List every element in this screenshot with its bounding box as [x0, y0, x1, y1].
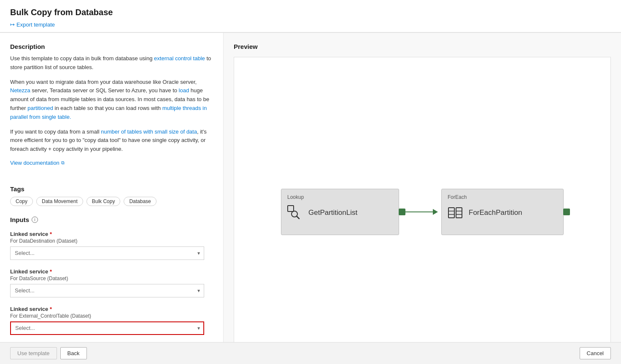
description-section: Description Use this template to copy da…	[10, 43, 213, 175]
description-para3: If you want to copy data from a small nu…	[10, 128, 213, 154]
inputs-title: Inputs	[10, 216, 29, 223]
field-label-datasource: Linked service *	[10, 268, 213, 275]
external-link-icon: ⧉	[61, 160, 65, 166]
field-group-destination: Linked service * For DataDestination (Da…	[10, 231, 213, 260]
field-sub-label-destination: For DataDestination (Dataset)	[10, 238, 213, 244]
footer-left: Use template Back	[10, 347, 87, 359]
use-template-button[interactable]: Use template	[10, 347, 57, 359]
footer-bar: Use template Back Cancel	[0, 342, 621, 364]
select-datasource[interactable]: Select...	[10, 284, 204, 297]
inputs-info-icon: i	[32, 217, 38, 223]
description-para2: When you want to migrate data from your …	[10, 78, 213, 122]
svg-line-2	[297, 216, 299, 219]
lookup-connector-right	[399, 209, 405, 215]
svg-rect-3	[448, 208, 454, 218]
foreach-icon	[448, 205, 463, 220]
left-panel: Description Use this template to copy da…	[0, 33, 224, 364]
export-arrow-icon: ↦	[10, 21, 15, 28]
foreach-node-type: ForEach	[448, 194, 557, 200]
foreach-connector-right	[563, 209, 570, 215]
description-title: Description	[10, 43, 213, 50]
right-panel: Preview Lookup	[224, 33, 621, 364]
lookup-node-name: GetPartitionList	[308, 209, 357, 217]
lookup-icon	[287, 205, 302, 220]
select-controltable[interactable]: Select...	[10, 321, 204, 335]
inputs-section: Inputs i Linked service * For DataDestin…	[10, 216, 213, 335]
footer-right: Cancel	[580, 347, 611, 359]
tags-section: Tags Copy Data Movement Bulk Copy Databa…	[10, 185, 213, 206]
tag-bulk-copy: Bulk Copy	[86, 197, 121, 206]
pipeline-diagram: Lookup GetPartitionList	[281, 189, 564, 235]
svg-rect-4	[456, 208, 462, 218]
required-marker-2: *	[50, 268, 52, 275]
arrow-connector	[399, 209, 441, 215]
required-marker-1: *	[50, 231, 52, 237]
tag-data-movement: Data Movement	[36, 197, 83, 206]
select-wrapper-controltable: Select...	[10, 321, 204, 335]
select-wrapper-datasource: Select...	[10, 284, 204, 297]
view-docs-link[interactable]: View documentation ⧉	[10, 160, 65, 166]
preview-canvas: Lookup GetPartitionList	[234, 57, 611, 364]
back-button[interactable]: Back	[60, 347, 87, 359]
required-marker-3: *	[50, 306, 52, 312]
foreach-node: ForEach ForEachPartition	[441, 189, 564, 235]
lookup-node-type: Lookup	[287, 194, 393, 200]
inputs-title-row: Inputs i	[10, 216, 213, 223]
main-content: Description Use this template to copy da…	[0, 33, 621, 364]
tag-database: Database	[124, 197, 156, 206]
field-sub-label-controltable: For External_ControlTable (Dataset)	[10, 313, 213, 319]
arrow-tip	[433, 209, 438, 215]
tag-copy: Copy	[10, 197, 33, 206]
pipeline-container: Lookup GetPartitionList	[234, 57, 610, 364]
field-sub-label-datasource: For DataSource (Dataset)	[10, 276, 213, 281]
svg-rect-0	[288, 206, 294, 211]
export-template-link[interactable]: ↦ Export template	[10, 21, 55, 28]
field-group-controltable: Linked service * For External_ControlTab…	[10, 306, 213, 335]
view-docs-label: View documentation	[10, 160, 59, 166]
description-para1: Use this template to copy data in bulk f…	[10, 54, 213, 72]
field-label-controltable: Linked service *	[10, 306, 213, 312]
preview-title: Preview	[234, 43, 611, 50]
foreach-node-name: ForEachPartition	[469, 209, 522, 217]
export-template-label: Export template	[16, 21, 55, 28]
tags-container: Copy Data Movement Bulk Copy Database	[10, 197, 213, 206]
page-title: Bulk Copy from Database	[10, 8, 611, 17]
lookup-node: Lookup GetPartitionList	[281, 189, 399, 235]
select-wrapper-destination: Select...	[10, 246, 204, 260]
foreach-node-body: ForEachPartition	[448, 205, 557, 220]
cancel-button[interactable]: Cancel	[580, 347, 611, 359]
field-label-destination: Linked service *	[10, 231, 213, 237]
tags-title: Tags	[10, 185, 213, 193]
lookup-node-body: GetPartitionList	[287, 205, 393, 220]
select-destination[interactable]: Select...	[10, 246, 204, 260]
page-header: Bulk Copy from Database ↦ Export templat…	[0, 0, 621, 32]
field-group-datasource: Linked service * For DataSource (Dataset…	[10, 268, 213, 297]
